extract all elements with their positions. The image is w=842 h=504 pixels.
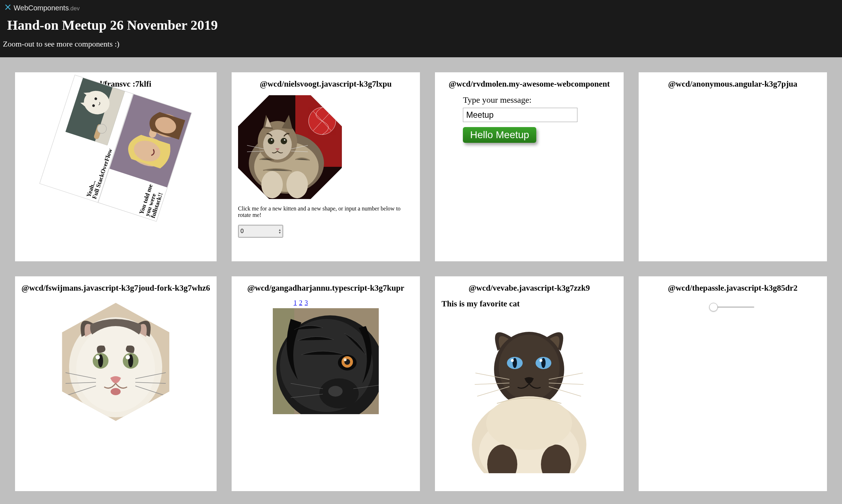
card-title: @wcd/anonymous.angular-k3g7pjua [668, 79, 797, 89]
component-card: @wcd/nielsvoogt.javascript-k3g7lxpu [232, 72, 420, 261]
dog-image[interactable] [273, 308, 379, 414]
svg-point-46 [126, 355, 130, 359]
svg-point-47 [111, 388, 121, 395]
component-card: @wcd/rvdmolen.my-awesome-webcomponent Ty… [435, 72, 623, 261]
svg-point-30 [271, 139, 272, 141]
kitten-octagon-image[interactable] [238, 95, 342, 199]
svg-point-77 [539, 359, 542, 362]
message-label: Type your message: [463, 95, 577, 105]
greeting-badge: Hello Meetup [463, 127, 536, 143]
svg-point-31 [284, 139, 285, 141]
svg-point-28 [268, 138, 274, 144]
brand-logo-icon [4, 4, 11, 12]
card-title: @wcd/rvdmolen.my-awesome-webcomponent [449, 79, 610, 89]
card-title: @wcd/thepassle.javascript-k3g85dr2 [668, 284, 798, 293]
tab-links: 1 2 3 [293, 299, 308, 307]
number-input-value: 0 [241, 228, 244, 234]
rotation-number-input[interactable]: 0 ▴▾ [238, 225, 283, 238]
brand[interactable]: WebComponents.dev [4, 4, 838, 12]
message-input[interactable] [463, 108, 577, 122]
range-slider[interactable] [711, 306, 754, 308]
tab-link-1[interactable]: 1 [294, 299, 297, 306]
component-card: @wcd/gangadharjannu.typescript-k3g7kupr … [232, 276, 420, 491]
svg-point-71 [499, 335, 560, 401]
meme-bottom-caption: You told meyou werefullstack!! [136, 181, 168, 221]
page-title: Hand-on Meetup 26 November 2019 [7, 17, 838, 33]
tab-link-2[interactable]: 2 [299, 299, 302, 306]
card-title: @wcd/fswijmans.javascript-k3g7joud-fork-… [21, 284, 210, 293]
tab-link-3[interactable]: 3 [305, 299, 308, 306]
svg-point-29 [281, 138, 287, 144]
component-card: @wcd/vevabe.javascript-k3g7zzk9 This is … [435, 276, 623, 491]
brand-name: WebComponents.dev [14, 4, 79, 12]
slider-track[interactable] [711, 306, 754, 308]
svg-point-40 [76, 326, 155, 412]
siamese-cat-image[interactable] [454, 316, 604, 473]
card-title: @wcd/gangadharjannu.typescript-k3g7kupr [247, 284, 405, 293]
svg-point-45 [96, 355, 100, 359]
component-grid: @wcd/fransvc :7klfi Yeah...Full StackOve… [0, 57, 842, 504]
component-card: @wcd/fswijmans.javascript-k3g7joud-fork-… [15, 276, 217, 491]
slider-thumb-icon[interactable] [709, 303, 718, 311]
meme-image[interactable]: Yeah...Full StackOverFlow [39, 75, 192, 222]
kitten-instructions: Click me for a new kitten and a new shap… [238, 205, 413, 218]
stepper-icon[interactable]: ▴▾ [279, 228, 281, 234]
svg-point-86 [486, 396, 572, 450]
card-title: @wcd/nielsvoogt.javascript-k3g7lxpu [260, 79, 392, 89]
card-title: @wcd/vevabe.javascript-k3g7zzk9 [469, 284, 590, 293]
svg-point-76 [511, 359, 514, 362]
svg-point-61 [344, 358, 347, 361]
page-subtitle: Zoom-out to see more components :) [3, 39, 838, 49]
component-card: @wcd/thepassle.javascript-k3g85dr2 [639, 276, 827, 491]
component-card: @wcd/anonymous.angular-k3g7pjua [639, 72, 827, 261]
cat-hexagon-image[interactable] [62, 303, 169, 421]
svg-point-36 [261, 171, 283, 198]
svg-point-37 [286, 171, 308, 198]
component-card: @wcd/fransvc :7klfi Yeah...Full StackOve… [15, 72, 217, 261]
favorite-cat-heading: This is my favorite cat [441, 299, 519, 309]
svg-point-63 [328, 386, 343, 397]
app-header: WebComponents.dev Hand-on Meetup 26 Nove… [0, 0, 842, 57]
